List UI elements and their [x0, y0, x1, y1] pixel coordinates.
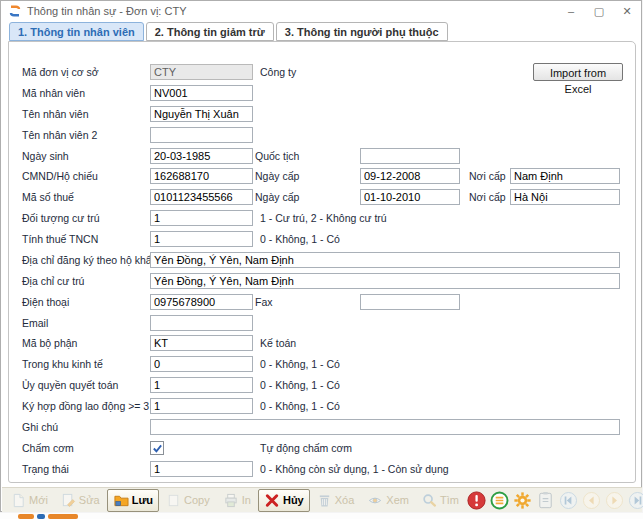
form-row-ma-bo-phan: Mã bộ phậnKế toán [9, 335, 635, 353]
luu-button[interactable]: Lưu [107, 489, 159, 512]
ma-so-thue-input[interactable] [150, 189, 253, 205]
field-hint: 0 - Không, 1 - Có [260, 233, 340, 245]
eye-icon [367, 493, 383, 508]
moi-button: Mới [5, 489, 54, 512]
field-label: Ghi chú [22, 421, 58, 433]
trong-khu-kinh-te-input[interactable] [150, 356, 253, 372]
ky-hop-ong-lao-ong-3-thang-input[interactable] [150, 398, 253, 414]
field-hint: Công ty [260, 66, 296, 78]
email-input[interactable] [150, 315, 253, 331]
tinh-thue-tncn-input[interactable] [150, 231, 253, 247]
ma-so-thue-ngay-cap-input[interactable] [360, 189, 460, 205]
form-row-ngay-sinh: Ngày sinhQuốc tịch [9, 148, 635, 166]
field-label: Ngày cấp [255, 191, 299, 203]
settings-gear-icon[interactable] [512, 490, 533, 511]
toolbar-right-icons: ? [466, 490, 643, 511]
print-icon [223, 493, 239, 508]
field-label: Tên nhân viên 2 [22, 129, 97, 141]
tab-strip: 1. Thông tin nhân viên2. Thông tin giảm … [9, 22, 448, 41]
form-panel: Import from Excel Mã đơn vị cơ sởCông ty… [8, 41, 636, 483]
field-hint: 0 - Không, 1 - Có [260, 358, 340, 370]
nav-last-icon [627, 490, 643, 511]
menu-list-icon[interactable] [489, 490, 510, 511]
oi-tuong-cu-tru-input[interactable] [150, 210, 253, 226]
field-label: Trạng thái [22, 463, 69, 475]
app-logo-icon [9, 5, 21, 17]
field-label: Địa chỉ cư trú [22, 275, 84, 287]
nav-first-icon [558, 490, 579, 511]
field-hint: 0 - Không còn sử dụng, 1 - Còn sử dụng [260, 463, 449, 475]
field-label: Ủy quyền quyết toán [22, 379, 118, 391]
ia-chi-ang-ky-theo-ho-khau-input[interactable] [150, 252, 620, 268]
form-row-ma-so-thue: Mã số thuếNgày cấpNơi cấp [9, 189, 635, 207]
ngay-sinh-input[interactable] [150, 148, 253, 164]
ten-nhan-vien-input[interactable] [150, 106, 253, 122]
ia-chi-cu-tru-input[interactable] [150, 273, 620, 289]
toolbar-button-label: Hủy [283, 494, 304, 506]
ma-nhan-vien-input[interactable] [150, 85, 253, 101]
nav-prev-icon [581, 490, 602, 511]
ma-bo-phan-input[interactable] [150, 335, 253, 351]
maximize-button[interactable]: ▢ [585, 2, 613, 20]
field-label: Mã số thuế [22, 191, 74, 203]
field-label: Quốc tịch [255, 150, 299, 162]
alert-icon[interactable] [466, 490, 487, 511]
ien-thoai-input[interactable] [150, 294, 253, 310]
window-title: Thông tin nhân sự - Đơn vị: CTY [27, 5, 186, 17]
ma-so-thue-noi-cap-input[interactable] [510, 189, 620, 205]
uy-quyen-quyet-toan-input[interactable] [150, 377, 253, 393]
xem-button: Xem [361, 489, 415, 512]
tab-2[interactable]: 2. Thông tin giảm trừ [146, 22, 274, 41]
toolbar-button-label: In [242, 494, 251, 506]
field-label: Fax [255, 296, 273, 308]
sua-button: Sửa [55, 489, 106, 512]
ghi-chu-input[interactable] [150, 419, 620, 435]
tab-1[interactable]: 1. Thông tin nhân viên [9, 22, 144, 41]
minimize-button[interactable]: – [557, 2, 585, 20]
field-hint: Tự động chấm cơm [260, 442, 352, 454]
app-window: Thông tin nhân sự - Đơn vị: CTY – ▢ ✕ 1.… [0, 0, 642, 512]
toolbar-button-label: Xem [386, 494, 409, 506]
close-button[interactable]: ✕ [613, 2, 641, 20]
field-label: Mã đơn vị cơ sở [22, 66, 99, 78]
toolbar-button-label: Lưu [132, 494, 153, 506]
field-label: Nơi cấp [469, 191, 506, 203]
notes-icon [535, 490, 556, 511]
cancel-x-icon [264, 493, 280, 508]
form-row-ky-hop-ong-lao-ong-3-thang: Ký hợp đồng lao động >= 3 tháng0 - Không… [9, 398, 635, 416]
cmnd-ho-chieu-input[interactable] [150, 168, 253, 184]
search-icon [422, 493, 437, 508]
form-row-trong-khu-kinh-te: Trong khu kinh tế0 - Không, 1 - Có [9, 356, 635, 374]
field-label: Mã nhân viên [22, 87, 85, 99]
trang-thai-input[interactable] [150, 461, 253, 477]
ten-nhan-vien-2-input[interactable] [150, 127, 253, 143]
cmnd-ho-chieu-ngay-cap-input[interactable] [360, 168, 460, 184]
huy-button[interactable]: Hủy [258, 489, 310, 512]
bottom-toolbar: MớiSửaLưuCopyInHủyXóaXemTìm? [2, 487, 642, 512]
field-label: Chấm cơm [22, 442, 74, 454]
toolbar-button-label: Sửa [79, 494, 100, 506]
toolbar-button-label: Copy [184, 494, 210, 506]
form-row-oi-tuong-cu-tru: Đối tượng cư trú1 - Cư trú, 2 - Không cư… [9, 210, 635, 228]
tab-3[interactable]: 3. Thông tin người phụ thuộc [276, 22, 448, 41]
form-row-ten-nhan-vien: Tên nhân viên [9, 106, 635, 124]
field-label: Ngày sinh [22, 150, 69, 162]
field-label: Email [22, 317, 48, 329]
trash-icon [317, 493, 332, 508]
field-label: Điện thoại [22, 296, 69, 308]
form-row-email: Email [9, 315, 635, 333]
field-label: Nơi cấp [469, 170, 506, 182]
ngay-sinh-quoc-tich-input[interactable] [360, 148, 460, 164]
cmnd-ho-chieu-noi-cap-input[interactable] [510, 168, 620, 184]
form-row-ien-thoai: Điện thoạiFax [9, 294, 635, 312]
form-row-ma-on-vi-co-so: Mã đơn vị cơ sởCông ty [9, 64, 635, 82]
field-label: Đối tượng cư trú [22, 212, 100, 224]
field-label: Ngày cấp [255, 170, 299, 182]
cham-com-checkbox[interactable] [150, 441, 164, 455]
field-label: Mã bộ phận [22, 337, 77, 349]
field-label: Tính thuế TNCN [22, 233, 98, 245]
field-label: CMND/Hộ chiếu [22, 170, 98, 182]
form-row-ten-nhan-vien-2: Tên nhân viên 2 [9, 127, 635, 145]
nav-next-icon [604, 490, 625, 511]
ien-thoai-fax-input[interactable] [360, 294, 460, 310]
